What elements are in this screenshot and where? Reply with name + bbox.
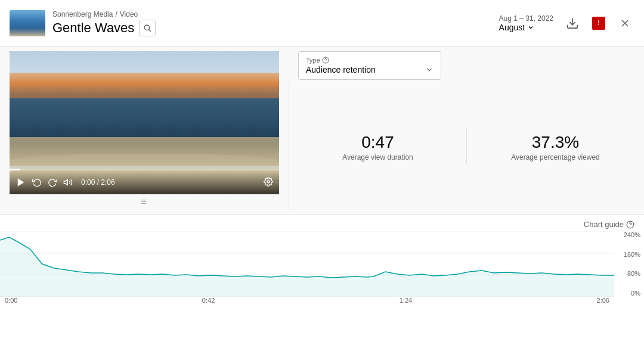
close-icon	[619, 17, 631, 29]
svg-point-0	[145, 25, 150, 30]
avg-view-duration-block: 0:47 Average view duration	[289, 128, 466, 166]
y-label-80: 80%	[627, 270, 640, 277]
x-label-206: 2:06	[597, 297, 609, 309]
header-left: Sonnenberg Media / Video Gentle Waves	[10, 10, 156, 36]
chart-guide-button[interactable]: Chart guide	[584, 220, 634, 229]
time-display: 0:00 / 2:06	[81, 178, 115, 187]
main-content: 0:00 / 2:06 ≡ Type	[0, 46, 644, 348]
rewind-icon	[32, 178, 42, 187]
volume-icon	[63, 178, 73, 187]
flag-button[interactable]: !	[589, 14, 608, 33]
chart-svg-area	[0, 231, 614, 297]
download-icon	[566, 17, 579, 30]
chart-area: Chart guide 240% 160% 80% 0%	[0, 215, 644, 348]
play-icon	[16, 177, 26, 188]
svg-marker-5	[18, 178, 24, 187]
video-stats-row: 0:00 / 2:06 ≡ Type	[0, 46, 644, 215]
drag-handle[interactable]: ≡	[141, 197, 147, 207]
y-label-0: 0%	[631, 290, 640, 297]
help-icon	[322, 57, 329, 64]
header-icons: !	[563, 14, 634, 33]
chart-y-labels: 240% 160% 80% 0%	[614, 231, 644, 297]
date-dropdown[interactable]: August	[499, 23, 553, 32]
breadcrumb-nav: Sonnenberg Media / Video	[52, 10, 156, 18]
avg-view-duration-value: 0:47	[299, 133, 457, 152]
type-selector[interactable]: Type Audience retention	[298, 51, 441, 80]
stats-area: 0:47 Average view duration 37.3% Average…	[289, 85, 644, 210]
svg-marker-6	[64, 179, 67, 185]
type-value: Audience retention	[306, 65, 434, 74]
type-row: Type Audience retention	[289, 51, 644, 85]
y-label-240: 240%	[624, 231, 640, 238]
x-label-124: 1:24	[400, 297, 412, 309]
wave-overlay	[10, 154, 279, 169]
volume-button[interactable]	[63, 178, 73, 187]
breadcrumb-separator: /	[115, 10, 117, 18]
rewind-button[interactable]	[32, 178, 42, 187]
video-area: 0:00 / 2:06 ≡	[0, 51, 289, 210]
play-button[interactable]	[16, 177, 26, 188]
date-range: Aug 1 – 31, 2022	[499, 14, 553, 23]
video-controls: 0:00 / 2:06	[10, 170, 279, 194]
search-button[interactable]	[139, 20, 156, 36]
flag-icon: !	[592, 17, 605, 30]
header: Sonnenberg Media / Video Gentle Waves Au…	[0, 0, 644, 46]
chart-guide-label: Chart guide	[584, 220, 624, 229]
date-dropdown-label: August	[499, 23, 525, 32]
chart-header: Chart guide	[0, 220, 644, 229]
x-label-42: 0:42	[202, 297, 215, 309]
avg-view-duration-label: Average view duration	[299, 153, 457, 161]
video-thumbnail	[10, 10, 45, 36]
avg-percent-viewed-value: 37.3%	[476, 133, 634, 152]
header-right: Aug 1 – 31, 2022 August !	[499, 14, 634, 33]
type-label: Type	[306, 57, 434, 64]
video-title-row: Gentle Waves	[52, 20, 156, 36]
chevron-down-icon	[527, 24, 534, 31]
retention-line	[0, 237, 614, 278]
date-range-container: Aug 1 – 31, 2022 August	[499, 14, 553, 32]
svg-line-1	[149, 29, 151, 31]
chart-x-labels: 0:00 0:42 1:24 2:06	[0, 297, 614, 309]
breadcrumb-child: Video	[120, 10, 138, 18]
avg-percent-viewed-label: Average percentage viewed	[476, 153, 634, 161]
settings-icon	[264, 177, 273, 187]
svg-point-7	[267, 181, 270, 183]
breadcrumb: Sonnenberg Media / Video Gentle Waves	[52, 10, 156, 36]
right-panel: Type Audience retention	[289, 51, 644, 210]
chart-container: 240% 160% 80% 0%	[0, 231, 644, 309]
settings-button[interactable]	[264, 177, 273, 188]
help-circle-icon	[626, 220, 634, 229]
x-label-0: 0:00	[5, 297, 17, 309]
breadcrumb-parent-link[interactable]: Sonnenberg Media	[52, 10, 113, 18]
chart-svg	[0, 231, 614, 297]
search-icon	[143, 24, 151, 32]
fast-forward-button[interactable]	[48, 178, 57, 187]
download-button[interactable]	[563, 14, 582, 33]
y-label-160: 160%	[624, 251, 640, 258]
chevron-down-icon	[425, 66, 434, 74]
retention-area	[0, 237, 614, 297]
video-title: Gentle Waves	[52, 20, 134, 36]
video-player: 0:00 / 2:06	[10, 51, 279, 194]
avg-percent-viewed-block: 37.3% Average percentage viewed	[467, 128, 644, 166]
close-button[interactable]	[615, 14, 634, 33]
fast-forward-icon	[48, 178, 57, 187]
